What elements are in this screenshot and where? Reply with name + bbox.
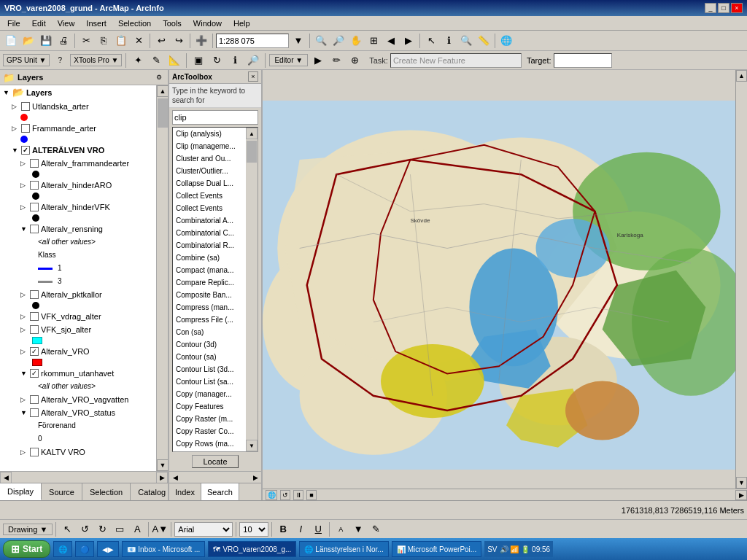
menu-tools[interactable]: Tools <box>158 18 186 28</box>
taskbar-app-ie[interactable]: 🌐 <box>53 541 72 557</box>
layer-item-utlandska[interactable]: ▷ Utlandska_arter <box>0 100 156 113</box>
zoom-in-btn[interactable]: 🔍 <box>313 33 329 49</box>
layer-check-hindervfk[interactable] <box>30 203 39 211</box>
font-color-btn[interactable]: A <box>333 521 349 537</box>
zoom-out-btn[interactable]: 🔎 <box>330 33 347 49</box>
result-copy-features[interactable]: Copy Features <box>173 400 246 413</box>
pan-btn[interactable]: ✋ <box>348 33 364 49</box>
open-btn[interactable]: 📂 <box>20 33 36 49</box>
tab-catalog[interactable]: Catalog <box>131 483 174 500</box>
draw-text-btn[interactable]: A <box>129 521 145 537</box>
layer-check-utlandska[interactable] <box>21 102 30 111</box>
search-scroll-left-btn[interactable]: ◀ <box>169 472 181 483</box>
identify-btn[interactable]: ℹ <box>441 33 457 49</box>
save-btn[interactable]: 💾 <box>38 33 54 49</box>
menu-window[interactable]: Window <box>189 18 226 28</box>
tab-index[interactable]: Index <box>169 483 201 500</box>
layer-check-vro[interactable]: ✓ <box>30 347 39 356</box>
layer-check-hinderaro[interactable] <box>30 181 39 190</box>
tab-search[interactable]: Search <box>201 483 239 500</box>
result-collect-events-1[interactable]: Collect Events <box>173 190 246 202</box>
sketch-btn[interactable]: 📐 <box>166 52 182 69</box>
map-refresh-btn[interactable]: ↺ <box>280 490 290 500</box>
toc-scroll-up[interactable]: ▲ <box>157 85 168 97</box>
toc-hscroll[interactable]: ◀ ▶ <box>0 471 168 483</box>
measure-btn[interactable]: 📏 <box>476 33 492 49</box>
edit-play-btn[interactable]: ▶ <box>310 52 326 69</box>
copy-btn[interactable]: ⎘ <box>96 33 112 49</box>
snap-btn[interactable]: ✦ <box>130 52 146 69</box>
taskbar-app-chrome[interactable]: 🔵 <box>75 541 94 557</box>
result-compress-man[interactable]: Compress (man... <box>173 301 246 314</box>
edit-target-btn[interactable]: ⊕ <box>347 52 363 69</box>
result-copy-raster-m[interactable]: Copy Raster (m... <box>173 413 246 425</box>
layer-item-vro[interactable]: ▷ ✓ Alteralv_VRO <box>0 345 156 358</box>
result-contour-list-sa[interactable]: Contour List (sa... <box>173 376 246 388</box>
menu-selection[interactable]: Selection <box>114 18 155 28</box>
layer-item-sjoalter[interactable]: ▷ VFK_sjo_alter <box>0 323 156 336</box>
font-size-select[interactable]: 10 <box>239 522 268 537</box>
scale-dropdown[interactable]: ▼ <box>290 33 306 49</box>
back-btn[interactable]: ◀ <box>383 33 399 49</box>
draw-rotate-btn[interactable]: ↻ <box>94 521 110 537</box>
menu-edit[interactable]: Edit <box>28 18 50 28</box>
move-btn[interactable]: ✎ <box>148 52 164 69</box>
result-cluster-ou[interactable]: Cluster and Ou... <box>173 152 246 165</box>
close-button[interactable]: × <box>731 3 743 13</box>
result-con[interactable]: Con (sa) <box>173 326 246 338</box>
map-globe-btn[interactable]: 🌐 <box>266 490 277 500</box>
italic-btn[interactable]: I <box>293 521 309 537</box>
result-contour-sa[interactable]: Contour (sa) <box>173 351 246 363</box>
fwd-btn[interactable]: ▶ <box>400 33 417 49</box>
map-scroll-down2[interactable]: ▼ <box>736 477 747 489</box>
layer-item-frammande[interactable]: ▷ Frammande_arter <box>0 122 156 135</box>
start-button[interactable]: ⊞ Start <box>3 540 50 558</box>
edit-pencil-btn[interactable]: ✏ <box>328 52 344 69</box>
gps-help-btn[interactable]: ? <box>52 52 68 69</box>
layer-check-pktkallor[interactable] <box>30 290 39 299</box>
taskbar-app-powerpoint[interactable]: 📊 Microsoft PowerPoi... <box>392 541 481 557</box>
undo-btn[interactable]: ↩ <box>153 33 169 49</box>
toc-scroll-track[interactable] <box>157 97 168 459</box>
layer-item-kaltv[interactable]: ▷ KALTV VRO <box>0 446 156 459</box>
toc-scroll-thumb[interactable] <box>158 98 168 128</box>
draw-arrow-btn[interactable]: ↖ <box>59 521 75 537</box>
bold-btn[interactable]: B <box>275 521 291 537</box>
search-scroll-down[interactable]: ▼ <box>246 440 258 451</box>
font-name-select[interactable]: Arial <box>174 522 233 537</box>
toc-scroll-left[interactable]: ◀ <box>0 472 12 483</box>
result-cluster-outlier[interactable]: Cluster/Outlier... <box>173 165 246 177</box>
line-color-btn[interactable]: ✎ <box>368 521 384 537</box>
menu-insert[interactable]: Insert <box>82 18 111 28</box>
toc-scroll-right[interactable]: ▶ <box>156 472 168 483</box>
result-contour-3d[interactable]: Contour (3d) <box>173 338 246 351</box>
layer-check-vdrag[interactable] <box>30 312 39 321</box>
layer-check-kaltv[interactable] <box>30 448 39 456</box>
toc-scroll-down[interactable]: ▼ <box>157 459 168 471</box>
result-compare[interactable]: Compare Replic... <box>173 276 246 289</box>
layer-check-frammandearter[interactable] <box>30 159 39 168</box>
del-btn[interactable]: ✕ <box>131 33 147 49</box>
map-scroll-right2[interactable]: ▶ <box>735 490 747 500</box>
drawing-dropdown[interactable]: Drawing ▼ <box>3 524 53 535</box>
new-btn[interactable]: 📄 <box>3 33 19 49</box>
layer-check-rensning[interactable] <box>30 225 39 233</box>
result-compact[interactable]: Compact (mana... <box>173 264 246 276</box>
tab-source[interactable]: Source <box>42 483 82 500</box>
attr-btn[interactable]: ℹ <box>227 52 243 69</box>
layer-item-rkommun[interactable]: ▼ ✓ rkommun_utanhavet <box>0 367 156 380</box>
minimize-button[interactable]: _ <box>705 3 716 13</box>
map-container[interactable]: Skövde Karlskoga 🌐 ↺ ⏸ ■ ▶ ▲ ▼ <box>263 70 747 500</box>
result-combine[interactable]: Combine (sa) <box>173 252 246 264</box>
rotate-btn[interactable]: ↻ <box>209 52 225 69</box>
result-combinatorial-a[interactable]: Combinatorial A... <box>173 214 246 227</box>
search-scroll-thumb[interactable] <box>247 141 257 163</box>
layer-item-vagvatten[interactable]: ▷ Alteralv_VRO_vagvatten <box>0 393 156 406</box>
redo-btn[interactable]: ↪ <box>171 33 187 49</box>
search-close-btn[interactable]: × <box>248 71 258 82</box>
globe-btn[interactable]: 🌐 <box>498 33 514 49</box>
map-pause-btn[interactable]: ⏸ <box>293 490 303 500</box>
search-scroll-up[interactable]: ▲ <box>246 128 258 139</box>
layer-check-alteralven[interactable]: ✓ <box>21 146 30 155</box>
map-stop-btn[interactable]: ■ <box>306 490 317 500</box>
